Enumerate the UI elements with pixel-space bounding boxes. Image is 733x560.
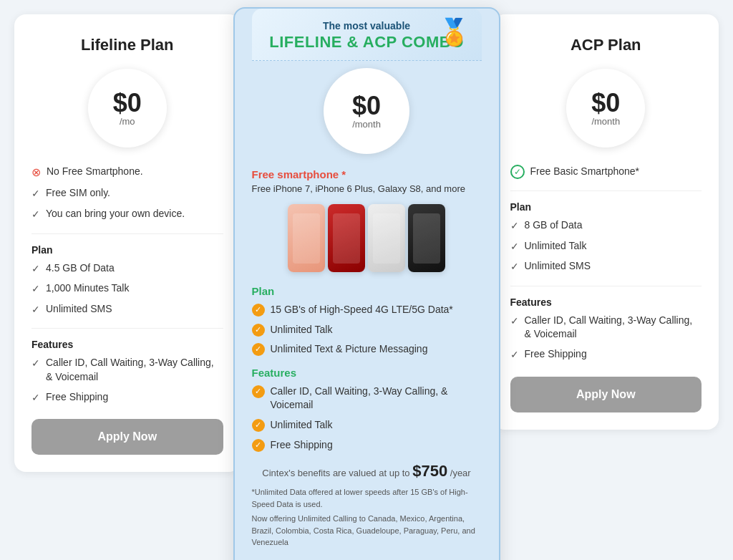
check-icon: ✓ bbox=[31, 357, 40, 371]
phone-dark bbox=[408, 204, 445, 272]
list-item: ✓ Caller ID, Call Waiting, 3-Way Calling… bbox=[510, 314, 702, 342]
check-icon: ✓ bbox=[31, 262, 40, 276]
check-icon: ✓ bbox=[510, 314, 519, 329]
list-item: ✓ Unlimited SMS bbox=[510, 259, 702, 274]
list-item: ✓ You can bring your own device. bbox=[31, 207, 223, 222]
phone-rose bbox=[288, 204, 325, 272]
acp-card: ACP Plan $0 /month ✓ Free Basic Smartpho… bbox=[493, 14, 719, 430]
list-item: ✓ Unlimited Text & Picture Messaging bbox=[252, 342, 482, 357]
list-item: ✓ Unlimited Talk bbox=[252, 323, 482, 337]
orange-check-icon: ✓ bbox=[252, 343, 265, 356]
acp-price-circle: $0 /month bbox=[566, 69, 645, 148]
free-smartphone-desc: Free iPhone 7, iPhone 6 Plus, Galaxy S8,… bbox=[252, 183, 482, 194]
list-item: ✓ 15 GB's of High-Speed 4G LTE/5G Data* bbox=[252, 303, 482, 317]
acp-period: /month bbox=[591, 116, 620, 127]
list-item: ✓ Unlimited Talk bbox=[510, 239, 702, 254]
lifeline-plan-label: Plan bbox=[31, 233, 223, 256]
lifeline-features: ✓ Caller ID, Call Waiting, 3-Way Calling… bbox=[31, 356, 223, 405]
combo-price: $0 bbox=[352, 93, 381, 119]
x-icon: ⊗ bbox=[31, 165, 41, 180]
green-check-icon: ✓ bbox=[510, 165, 525, 179]
check-icon: ✓ bbox=[31, 282, 40, 296]
list-item: ✓ 4.5 GB Of Data bbox=[31, 261, 223, 276]
list-item: ✓ 8 GB of Data bbox=[510, 218, 702, 233]
list-item: ✓ Caller ID, Call Waiting, 3-Way Calling… bbox=[252, 385, 482, 412]
acp-features: ✓ Caller ID, Call Waiting, 3-Way Calling… bbox=[510, 314, 702, 362]
orange-check-icon: ✓ bbox=[252, 419, 265, 432]
acp-features-label: Features bbox=[510, 286, 702, 308]
list-item: ✓ Free Shipping bbox=[252, 438, 482, 453]
combo-price-circle: $0 /month bbox=[324, 68, 409, 154]
combo-card: The most valuable LIFELINE & ACP COMBO 🏅… bbox=[233, 7, 500, 560]
combo-period: /month bbox=[352, 119, 381, 130]
check-icon: ✓ bbox=[510, 348, 519, 362]
check-icon: ✓ bbox=[31, 208, 40, 222]
disclaimer1: *Unlimited Data offered at lower speeds … bbox=[252, 486, 482, 510]
check-icon: ✓ bbox=[31, 187, 40, 201]
list-item: ✓ Unlimited SMS bbox=[31, 302, 223, 317]
check-icon: ✓ bbox=[31, 303, 40, 317]
free-smartphone-label: Free smartphone * bbox=[252, 168, 482, 180]
orange-check-icon: ✓ bbox=[252, 304, 265, 317]
list-item: ✓ Free Shipping bbox=[510, 347, 702, 362]
check-icon: ✓ bbox=[510, 240, 519, 254]
acp-title: ACP Plan bbox=[510, 36, 702, 54]
lifeline-price-circle: $0 /mo bbox=[88, 69, 167, 148]
list-item: ✓ Caller ID, Call Waiting, 3-Way Calling… bbox=[31, 356, 223, 384]
phones-image bbox=[252, 204, 482, 272]
check-icon: ✓ bbox=[510, 260, 519, 274]
lifeline-title: Lifeline Plan bbox=[31, 36, 223, 54]
value-line: Cintex's benefits are valued at up to $7… bbox=[252, 462, 482, 481]
combo-plan-label: Plan bbox=[252, 285, 482, 297]
lifeline-top-features: ⊗ No Free Smartphone. ✓ Free SIM only. ✓… bbox=[31, 165, 223, 222]
cards-container: Lifeline Plan $0 /mo ⊗ No Free Smartphon… bbox=[14, 14, 719, 560]
list-item: ✓ Free Shipping bbox=[31, 390, 223, 405]
acp-plan-features: ✓ 8 GB of Data ✓ Unlimited Talk ✓ Unlimi… bbox=[510, 218, 702, 274]
combo-header: The most valuable LIFELINE & ACP COMBO 🏅 bbox=[252, 9, 482, 61]
orange-check-icon: ✓ bbox=[252, 385, 265, 398]
combo-features-label: Features bbox=[252, 367, 482, 379]
lifeline-price: $0 bbox=[113, 90, 142, 116]
check-icon: ✓ bbox=[31, 391, 40, 405]
orange-check-icon: ✓ bbox=[252, 324, 265, 337]
acp-price: $0 bbox=[591, 90, 620, 116]
check-icon: ✓ bbox=[510, 219, 519, 233]
value-amount: $750 bbox=[412, 462, 447, 480]
lifeline-features-label: Features bbox=[31, 328, 223, 350]
list-item: ✓ 1,000 Minutes Talk bbox=[31, 281, 223, 296]
list-item: ✓ Free SIM only. bbox=[31, 186, 223, 201]
lifeline-card: Lifeline Plan $0 /mo ⊗ No Free Smartphon… bbox=[14, 14, 241, 472]
medal-icon: 🏅 bbox=[438, 17, 470, 47]
phone-white bbox=[368, 204, 405, 272]
acp-apply-button[interactable]: Apply Now bbox=[510, 377, 702, 412]
lifeline-period: /mo bbox=[120, 116, 135, 127]
list-item: ⊗ No Free Smartphone. bbox=[31, 165, 223, 180]
lifeline-apply-button[interactable]: Apply Now bbox=[31, 419, 223, 455]
combo-features: ✓ Caller ID, Call Waiting, 3-Way Calling… bbox=[252, 385, 482, 452]
orange-check-icon: ✓ bbox=[252, 439, 265, 452]
phone-red bbox=[328, 204, 365, 272]
acp-top-features: ✓ Free Basic Smartphone* bbox=[510, 165, 702, 179]
list-item: ✓ Unlimited Talk bbox=[252, 418, 482, 433]
lifeline-plan-features: ✓ 4.5 GB Of Data ✓ 1,000 Minutes Talk ✓ … bbox=[31, 261, 223, 317]
acp-plan-label: Plan bbox=[510, 190, 702, 213]
disclaimer2: Now offering Unlimited Calling to Canada… bbox=[252, 513, 482, 549]
asterisk: * bbox=[339, 168, 346, 180]
combo-plan-features: ✓ 15 GB's of High-Speed 4G LTE/5G Data* … bbox=[252, 303, 482, 357]
list-item: ✓ Free Basic Smartphone* bbox=[510, 165, 702, 179]
